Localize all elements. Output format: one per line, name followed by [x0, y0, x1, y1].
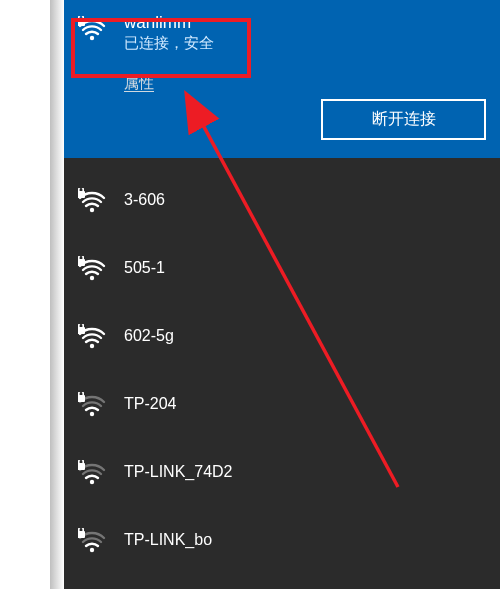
- wifi-secure-icon: [78, 16, 106, 44]
- wifi-secure-icon: [78, 324, 106, 352]
- svg-rect-5: [78, 259, 85, 266]
- svg-point-6: [90, 344, 94, 348]
- network-item[interactable]: 3-606: [64, 166, 500, 234]
- svg-point-4: [90, 276, 94, 280]
- svg-point-8: [90, 412, 94, 416]
- network-ssid: 602-5g: [124, 327, 174, 345]
- properties-link[interactable]: 属性: [124, 74, 154, 93]
- wifi-secure-icon: [78, 392, 106, 420]
- svg-point-0: [90, 36, 94, 40]
- network-ssid: TP-204: [124, 395, 176, 413]
- network-item[interactable]: TP-204: [64, 370, 500, 438]
- network-ssid: 505-1: [124, 259, 165, 277]
- svg-point-12: [90, 548, 94, 552]
- wifi-secure-icon: [78, 460, 106, 488]
- disconnect-button[interactable]: 断开连接: [321, 99, 486, 140]
- wifi-flyout-panel: wanlimm 已连接，安全 属性 断开连接 3-606505-1602-5gT…: [64, 0, 500, 589]
- connected-ssid: wanlimm: [124, 12, 214, 33]
- network-item[interactable]: 602-5g: [64, 302, 500, 370]
- wifi-secure-icon: [78, 528, 106, 556]
- network-item[interactable]: TP-LINK_74D2: [64, 438, 500, 506]
- available-networks-list: 3-606505-1602-5gTP-204TP-LINK_74D2TP-LIN…: [64, 158, 500, 582]
- network-ssid: TP-LINK_74D2: [124, 463, 233, 481]
- svg-rect-1: [78, 19, 85, 26]
- connected-status: 已连接，安全: [124, 34, 214, 53]
- svg-rect-11: [78, 463, 85, 470]
- svg-point-2: [90, 208, 94, 212]
- network-ssid: TP-LINK_bo: [124, 531, 212, 549]
- svg-rect-7: [78, 327, 85, 334]
- svg-rect-9: [78, 395, 85, 402]
- network-settings-link[interactable]: 网络和 Internet 设置: [64, 582, 235, 589]
- network-item[interactable]: TP-LINK_bo: [64, 506, 500, 574]
- connected-network-section[interactable]: wanlimm 已连接，安全 属性 断开连接: [64, 0, 500, 158]
- network-item[interactable]: 505-1: [64, 234, 500, 302]
- network-ssid: 3-606: [124, 191, 165, 209]
- wifi-secure-icon: [78, 188, 106, 216]
- svg-rect-13: [78, 531, 85, 538]
- svg-rect-3: [78, 191, 85, 198]
- wifi-secure-icon: [78, 256, 106, 284]
- svg-point-10: [90, 480, 94, 484]
